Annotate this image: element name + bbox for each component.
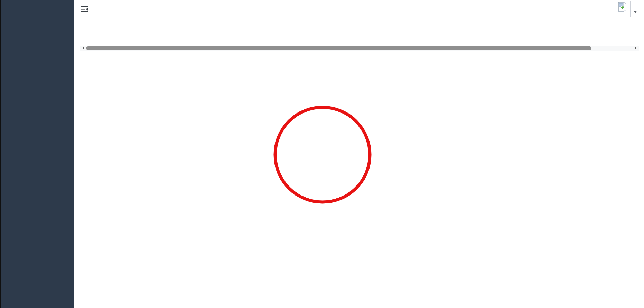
app-window <box>0 0 644 308</box>
user-menu[interactable] <box>617 1 637 17</box>
scrollbar-thumb[interactable] <box>86 46 591 50</box>
collapse-sidebar-icon[interactable] <box>81 6 88 12</box>
horizontal-scrollbar[interactable] <box>80 46 639 51</box>
scroll-left-arrow-icon[interactable] <box>81 46 84 50</box>
filter-panel <box>74 18 644 33</box>
scroll-right-arrow-icon[interactable] <box>635 46 638 50</box>
topbar <box>74 0 644 18</box>
main-content <box>74 0 644 308</box>
chevron-down-icon <box>634 11 637 15</box>
avatar[interactable] <box>617 1 631 17</box>
sidebar <box>1 0 74 308</box>
broken-image-icon <box>618 2 627 12</box>
